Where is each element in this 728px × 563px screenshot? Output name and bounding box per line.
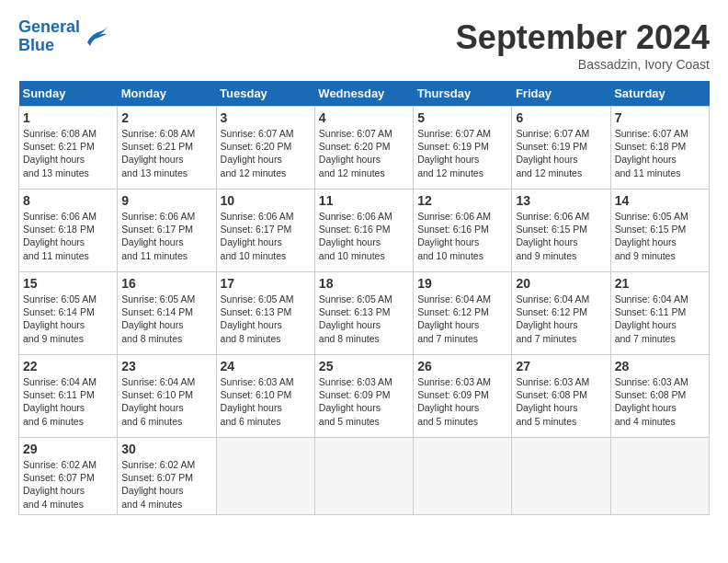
table-row: 18 Sunrise: 6:05 AM Sunset: 6:13 PM Dayl…	[314, 272, 413, 355]
header-tuesday: Tuesday	[216, 81, 314, 107]
title-area: September 2024 Bassadzin, Ivory Coast	[456, 18, 710, 72]
day-number: 10	[221, 193, 311, 208]
calendar-week-row: 29 Sunrise: 6:02 AM Sunset: 6:07 PM Dayl…	[19, 438, 710, 515]
day-info: Sunrise: 6:03 AM Sunset: 6:09 PM Dayligh…	[417, 375, 507, 428]
table-row: 14 Sunrise: 6:05 AM Sunset: 6:15 PM Dayl…	[610, 190, 709, 272]
header-friday: Friday	[512, 81, 610, 107]
day-info: Sunrise: 6:06 AM Sunset: 6:16 PM Dayligh…	[319, 210, 409, 262]
day-number: 25	[319, 359, 409, 373]
day-number: 7	[615, 110, 705, 125]
table-row: 8 Sunrise: 6:06 AM Sunset: 6:18 PM Dayli…	[19, 190, 118, 272]
header-monday: Monday	[118, 81, 216, 107]
day-number: 3	[221, 110, 311, 125]
calendar-week-row: 1 Sunrise: 6:08 AM Sunset: 6:21 PM Dayli…	[19, 107, 710, 190]
day-info: Sunrise: 6:03 AM Sunset: 6:09 PM Dayligh…	[319, 375, 409, 428]
day-number: 12	[417, 193, 507, 208]
table-row: 22 Sunrise: 6:04 AM Sunset: 6:11 PM Dayl…	[19, 355, 118, 438]
table-row: 5 Sunrise: 6:07 AM Sunset: 6:19 PM Dayli…	[414, 107, 512, 190]
day-info: Sunrise: 6:04 AM Sunset: 6:12 PM Dayligh…	[516, 293, 606, 345]
table-row: 20 Sunrise: 6:04 AM Sunset: 6:12 PM Dayl…	[512, 272, 610, 355]
table-row: 7 Sunrise: 6:07 AM Sunset: 6:18 PM Dayli…	[610, 107, 709, 190]
day-info: Sunrise: 6:06 AM Sunset: 6:17 PM Dayligh…	[221, 210, 311, 262]
table-row: 12 Sunrise: 6:06 AM Sunset: 6:16 PM Dayl…	[414, 190, 512, 272]
table-row: 15 Sunrise: 6:05 AM Sunset: 6:14 PM Dayl…	[19, 272, 118, 355]
day-info: Sunrise: 6:03 AM Sunset: 6:10 PM Dayligh…	[221, 375, 311, 428]
day-number: 2	[121, 110, 211, 125]
table-row	[512, 438, 610, 515]
day-info: Sunrise: 6:05 AM Sunset: 6:14 PM Dayligh…	[121, 293, 211, 345]
day-number: 27	[516, 359, 606, 373]
day-number: 17	[221, 276, 311, 291]
table-row	[216, 438, 314, 515]
day-info: Sunrise: 6:06 AM Sunset: 6:18 PM Dayligh…	[23, 210, 113, 262]
day-info: Sunrise: 6:03 AM Sunset: 6:08 PM Dayligh…	[615, 375, 705, 428]
header-saturday: Saturday	[610, 81, 709, 107]
day-info: Sunrise: 6:07 AM Sunset: 6:20 PM Dayligh…	[221, 127, 311, 179]
day-number: 22	[23, 359, 113, 373]
table-row: 9 Sunrise: 6:06 AM Sunset: 6:17 PM Dayli…	[118, 190, 216, 272]
day-info: Sunrise: 6:06 AM Sunset: 6:16 PM Dayligh…	[417, 210, 507, 262]
day-number: 28	[615, 359, 705, 373]
day-info: Sunrise: 6:07 AM Sunset: 6:20 PM Dayligh…	[319, 127, 409, 179]
header-sunday: Sunday	[19, 81, 118, 107]
day-info: Sunrise: 6:02 AM Sunset: 6:07 PM Dayligh…	[121, 458, 211, 511]
day-number: 20	[516, 276, 606, 291]
table-row: 17 Sunrise: 6:05 AM Sunset: 6:13 PM Dayl…	[216, 272, 314, 355]
table-row: 4 Sunrise: 6:07 AM Sunset: 6:20 PM Dayli…	[314, 107, 413, 190]
day-info: Sunrise: 6:04 AM Sunset: 6:11 PM Dayligh…	[615, 293, 705, 345]
table-row: 3 Sunrise: 6:07 AM Sunset: 6:20 PM Dayli…	[216, 107, 314, 190]
day-info: Sunrise: 6:07 AM Sunset: 6:18 PM Dayligh…	[615, 127, 705, 179]
day-number: 14	[615, 193, 705, 208]
day-info: Sunrise: 6:03 AM Sunset: 6:08 PM Dayligh…	[516, 375, 606, 428]
day-number: 15	[23, 276, 113, 291]
month-title: September 2024	[456, 18, 710, 57]
logo: GeneralBlue	[18, 18, 110, 55]
day-info: Sunrise: 6:04 AM Sunset: 6:10 PM Dayligh…	[121, 375, 211, 428]
calendar-week-row: 8 Sunrise: 6:06 AM Sunset: 6:18 PM Dayli…	[19, 190, 710, 272]
day-info: Sunrise: 6:04 AM Sunset: 6:12 PM Dayligh…	[417, 293, 507, 345]
day-number: 26	[417, 359, 507, 373]
day-info: Sunrise: 6:05 AM Sunset: 6:14 PM Dayligh…	[23, 293, 113, 345]
header-wednesday: Wednesday	[314, 81, 413, 107]
table-row: 26 Sunrise: 6:03 AM Sunset: 6:09 PM Dayl…	[414, 355, 512, 438]
table-row: 24 Sunrise: 6:03 AM Sunset: 6:10 PM Dayl…	[216, 355, 314, 438]
calendar-week-row: 22 Sunrise: 6:04 AM Sunset: 6:11 PM Dayl…	[19, 355, 710, 438]
day-number: 9	[121, 193, 211, 208]
table-row: 2 Sunrise: 6:08 AM Sunset: 6:21 PM Dayli…	[118, 107, 216, 190]
table-row: 10 Sunrise: 6:06 AM Sunset: 6:17 PM Dayl…	[216, 190, 314, 272]
table-row: 13 Sunrise: 6:06 AM Sunset: 6:15 PM Dayl…	[512, 190, 610, 272]
table-row	[610, 438, 709, 515]
day-number: 23	[121, 359, 211, 373]
calendar-table: Sunday Monday Tuesday Wednesday Thursday…	[18, 81, 710, 515]
table-row: 27 Sunrise: 6:03 AM Sunset: 6:08 PM Dayl…	[512, 355, 610, 438]
day-number: 6	[516, 110, 606, 125]
table-row: 28 Sunrise: 6:03 AM Sunset: 6:08 PM Dayl…	[610, 355, 709, 438]
weekday-header-row: Sunday Monday Tuesday Wednesday Thursday…	[19, 81, 710, 107]
table-row: 23 Sunrise: 6:04 AM Sunset: 6:10 PM Dayl…	[118, 355, 216, 438]
day-number: 11	[319, 193, 409, 208]
day-number: 30	[121, 442, 211, 456]
day-number: 16	[121, 276, 211, 291]
day-info: Sunrise: 6:06 AM Sunset: 6:15 PM Dayligh…	[516, 210, 606, 262]
day-number: 19	[417, 276, 507, 291]
day-number: 1	[23, 110, 113, 125]
table-row: 6 Sunrise: 6:07 AM Sunset: 6:19 PM Dayli…	[512, 107, 610, 190]
table-row: 25 Sunrise: 6:03 AM Sunset: 6:09 PM Dayl…	[314, 355, 413, 438]
day-number: 21	[615, 276, 705, 291]
logo-text: GeneralBlue	[18, 18, 80, 55]
day-info: Sunrise: 6:05 AM Sunset: 6:13 PM Dayligh…	[319, 293, 409, 345]
logo-bird-icon	[83, 24, 110, 50]
table-row: 29 Sunrise: 6:02 AM Sunset: 6:07 PM Dayl…	[19, 438, 118, 515]
table-row: 30 Sunrise: 6:02 AM Sunset: 6:07 PM Dayl…	[118, 438, 216, 515]
table-row: 16 Sunrise: 6:05 AM Sunset: 6:14 PM Dayl…	[118, 272, 216, 355]
table-row	[414, 438, 512, 515]
location: Bassadzin, Ivory Coast	[456, 57, 710, 72]
calendar-week-row: 15 Sunrise: 6:05 AM Sunset: 6:14 PM Dayl…	[19, 272, 710, 355]
table-row: 1 Sunrise: 6:08 AM Sunset: 6:21 PM Dayli…	[19, 107, 118, 190]
day-info: Sunrise: 6:06 AM Sunset: 6:17 PM Dayligh…	[121, 210, 211, 262]
table-row: 11 Sunrise: 6:06 AM Sunset: 6:16 PM Dayl…	[314, 190, 413, 272]
table-row: 21 Sunrise: 6:04 AM Sunset: 6:11 PM Dayl…	[610, 272, 709, 355]
header-thursday: Thursday	[414, 81, 512, 107]
day-number: 18	[319, 276, 409, 291]
day-number: 13	[516, 193, 606, 208]
